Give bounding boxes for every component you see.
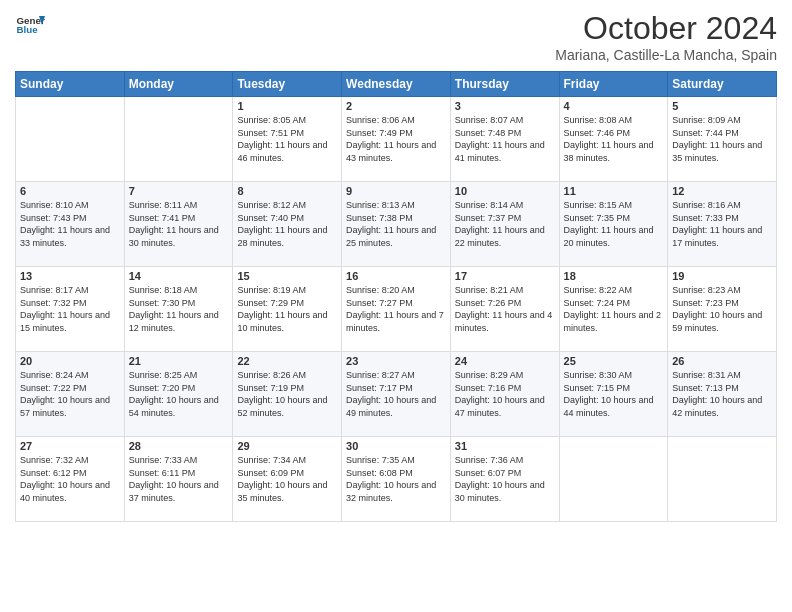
day-info: Sunrise: 8:14 AM Sunset: 7:37 PM Dayligh… bbox=[455, 199, 555, 249]
calendar-day-cell: 23Sunrise: 8:27 AM Sunset: 7:17 PM Dayli… bbox=[342, 352, 451, 437]
day-number: 21 bbox=[129, 355, 229, 367]
calendar-day-header: Wednesday bbox=[342, 72, 451, 97]
calendar-day-cell: 30Sunrise: 7:35 AM Sunset: 6:08 PM Dayli… bbox=[342, 437, 451, 522]
day-number: 23 bbox=[346, 355, 446, 367]
calendar-day-cell bbox=[668, 437, 777, 522]
day-info: Sunrise: 8:11 AM Sunset: 7:41 PM Dayligh… bbox=[129, 199, 229, 249]
calendar-week-row: 1Sunrise: 8:05 AM Sunset: 7:51 PM Daylig… bbox=[16, 97, 777, 182]
calendar-day-cell: 13Sunrise: 8:17 AM Sunset: 7:32 PM Dayli… bbox=[16, 267, 125, 352]
day-number: 10 bbox=[455, 185, 555, 197]
day-number: 30 bbox=[346, 440, 446, 452]
day-number: 16 bbox=[346, 270, 446, 282]
calendar-day-cell bbox=[16, 97, 125, 182]
day-number: 29 bbox=[237, 440, 337, 452]
day-info: Sunrise: 8:09 AM Sunset: 7:44 PM Dayligh… bbox=[672, 114, 772, 164]
calendar-day-cell: 25Sunrise: 8:30 AM Sunset: 7:15 PM Dayli… bbox=[559, 352, 668, 437]
day-number: 17 bbox=[455, 270, 555, 282]
day-number: 22 bbox=[237, 355, 337, 367]
day-number: 4 bbox=[564, 100, 664, 112]
calendar-day-cell: 31Sunrise: 7:36 AM Sunset: 6:07 PM Dayli… bbox=[450, 437, 559, 522]
calendar-day-cell: 19Sunrise: 8:23 AM Sunset: 7:23 PM Dayli… bbox=[668, 267, 777, 352]
day-number: 24 bbox=[455, 355, 555, 367]
day-info: Sunrise: 7:32 AM Sunset: 6:12 PM Dayligh… bbox=[20, 454, 120, 504]
day-info: Sunrise: 8:25 AM Sunset: 7:20 PM Dayligh… bbox=[129, 369, 229, 419]
day-info: Sunrise: 7:34 AM Sunset: 6:09 PM Dayligh… bbox=[237, 454, 337, 504]
day-info: Sunrise: 8:30 AM Sunset: 7:15 PM Dayligh… bbox=[564, 369, 664, 419]
page-header: General Blue October 2024 Mariana, Casti… bbox=[15, 10, 777, 63]
calendar-day-cell: 26Sunrise: 8:31 AM Sunset: 7:13 PM Dayli… bbox=[668, 352, 777, 437]
day-number: 15 bbox=[237, 270, 337, 282]
day-info: Sunrise: 8:26 AM Sunset: 7:19 PM Dayligh… bbox=[237, 369, 337, 419]
calendar-day-cell: 22Sunrise: 8:26 AM Sunset: 7:19 PM Dayli… bbox=[233, 352, 342, 437]
calendar-week-row: 20Sunrise: 8:24 AM Sunset: 7:22 PM Dayli… bbox=[16, 352, 777, 437]
calendar-day-header: Monday bbox=[124, 72, 233, 97]
calendar-day-cell bbox=[124, 97, 233, 182]
calendar-day-cell: 3Sunrise: 8:07 AM Sunset: 7:48 PM Daylig… bbox=[450, 97, 559, 182]
calendar-week-row: 27Sunrise: 7:32 AM Sunset: 6:12 PM Dayli… bbox=[16, 437, 777, 522]
day-number: 13 bbox=[20, 270, 120, 282]
day-info: Sunrise: 7:35 AM Sunset: 6:08 PM Dayligh… bbox=[346, 454, 446, 504]
logo-icon: General Blue bbox=[15, 10, 45, 40]
day-info: Sunrise: 8:07 AM Sunset: 7:48 PM Dayligh… bbox=[455, 114, 555, 164]
calendar-day-cell: 20Sunrise: 8:24 AM Sunset: 7:22 PM Dayli… bbox=[16, 352, 125, 437]
calendar-day-cell: 16Sunrise: 8:20 AM Sunset: 7:27 PM Dayli… bbox=[342, 267, 451, 352]
calendar-day-cell: 5Sunrise: 8:09 AM Sunset: 7:44 PM Daylig… bbox=[668, 97, 777, 182]
calendar-day-cell: 2Sunrise: 8:06 AM Sunset: 7:49 PM Daylig… bbox=[342, 97, 451, 182]
calendar-day-cell: 24Sunrise: 8:29 AM Sunset: 7:16 PM Dayli… bbox=[450, 352, 559, 437]
day-info: Sunrise: 8:20 AM Sunset: 7:27 PM Dayligh… bbox=[346, 284, 446, 334]
calendar-day-cell: 11Sunrise: 8:15 AM Sunset: 7:35 PM Dayli… bbox=[559, 182, 668, 267]
calendar-day-cell: 28Sunrise: 7:33 AM Sunset: 6:11 PM Dayli… bbox=[124, 437, 233, 522]
day-info: Sunrise: 7:33 AM Sunset: 6:11 PM Dayligh… bbox=[129, 454, 229, 504]
day-number: 2 bbox=[346, 100, 446, 112]
calendar-day-cell: 10Sunrise: 8:14 AM Sunset: 7:37 PM Dayli… bbox=[450, 182, 559, 267]
calendar-day-header: Sunday bbox=[16, 72, 125, 97]
day-info: Sunrise: 8:05 AM Sunset: 7:51 PM Dayligh… bbox=[237, 114, 337, 164]
calendar-day-cell: 29Sunrise: 7:34 AM Sunset: 6:09 PM Dayli… bbox=[233, 437, 342, 522]
main-title: October 2024 bbox=[555, 10, 777, 47]
day-number: 26 bbox=[672, 355, 772, 367]
subtitle: Mariana, Castille-La Mancha, Spain bbox=[555, 47, 777, 63]
day-info: Sunrise: 8:06 AM Sunset: 7:49 PM Dayligh… bbox=[346, 114, 446, 164]
day-number: 12 bbox=[672, 185, 772, 197]
calendar-week-row: 13Sunrise: 8:17 AM Sunset: 7:32 PM Dayli… bbox=[16, 267, 777, 352]
day-info: Sunrise: 8:22 AM Sunset: 7:24 PM Dayligh… bbox=[564, 284, 664, 334]
day-number: 19 bbox=[672, 270, 772, 282]
calendar-day-cell: 6Sunrise: 8:10 AM Sunset: 7:43 PM Daylig… bbox=[16, 182, 125, 267]
calendar-week-row: 6Sunrise: 8:10 AM Sunset: 7:43 PM Daylig… bbox=[16, 182, 777, 267]
day-info: Sunrise: 8:13 AM Sunset: 7:38 PM Dayligh… bbox=[346, 199, 446, 249]
calendar-day-header: Saturday bbox=[668, 72, 777, 97]
day-info: Sunrise: 8:17 AM Sunset: 7:32 PM Dayligh… bbox=[20, 284, 120, 334]
day-info: Sunrise: 8:10 AM Sunset: 7:43 PM Dayligh… bbox=[20, 199, 120, 249]
calendar-header-row: SundayMondayTuesdayWednesdayThursdayFrid… bbox=[16, 72, 777, 97]
title-block: October 2024 Mariana, Castille-La Mancha… bbox=[555, 10, 777, 63]
logo: General Blue bbox=[15, 10, 45, 40]
day-info: Sunrise: 8:12 AM Sunset: 7:40 PM Dayligh… bbox=[237, 199, 337, 249]
day-number: 14 bbox=[129, 270, 229, 282]
day-number: 18 bbox=[564, 270, 664, 282]
calendar-day-cell: 14Sunrise: 8:18 AM Sunset: 7:30 PM Dayli… bbox=[124, 267, 233, 352]
day-number: 8 bbox=[237, 185, 337, 197]
day-number: 7 bbox=[129, 185, 229, 197]
day-number: 5 bbox=[672, 100, 772, 112]
calendar-day-cell: 21Sunrise: 8:25 AM Sunset: 7:20 PM Dayli… bbox=[124, 352, 233, 437]
calendar-day-cell: 1Sunrise: 8:05 AM Sunset: 7:51 PM Daylig… bbox=[233, 97, 342, 182]
day-number: 3 bbox=[455, 100, 555, 112]
day-number: 20 bbox=[20, 355, 120, 367]
calendar-day-cell: 9Sunrise: 8:13 AM Sunset: 7:38 PM Daylig… bbox=[342, 182, 451, 267]
calendar-day-cell bbox=[559, 437, 668, 522]
calendar-day-header: Friday bbox=[559, 72, 668, 97]
day-number: 9 bbox=[346, 185, 446, 197]
day-info: Sunrise: 8:08 AM Sunset: 7:46 PM Dayligh… bbox=[564, 114, 664, 164]
calendar-day-cell: 27Sunrise: 7:32 AM Sunset: 6:12 PM Dayli… bbox=[16, 437, 125, 522]
day-info: Sunrise: 8:23 AM Sunset: 7:23 PM Dayligh… bbox=[672, 284, 772, 334]
day-info: Sunrise: 8:21 AM Sunset: 7:26 PM Dayligh… bbox=[455, 284, 555, 334]
day-info: Sunrise: 8:27 AM Sunset: 7:17 PM Dayligh… bbox=[346, 369, 446, 419]
day-info: Sunrise: 8:19 AM Sunset: 7:29 PM Dayligh… bbox=[237, 284, 337, 334]
day-number: 31 bbox=[455, 440, 555, 452]
calendar-day-cell: 4Sunrise: 8:08 AM Sunset: 7:46 PM Daylig… bbox=[559, 97, 668, 182]
day-info: Sunrise: 8:24 AM Sunset: 7:22 PM Dayligh… bbox=[20, 369, 120, 419]
day-number: 27 bbox=[20, 440, 120, 452]
calendar-day-cell: 15Sunrise: 8:19 AM Sunset: 7:29 PM Dayli… bbox=[233, 267, 342, 352]
calendar-day-header: Thursday bbox=[450, 72, 559, 97]
day-info: Sunrise: 8:16 AM Sunset: 7:33 PM Dayligh… bbox=[672, 199, 772, 249]
